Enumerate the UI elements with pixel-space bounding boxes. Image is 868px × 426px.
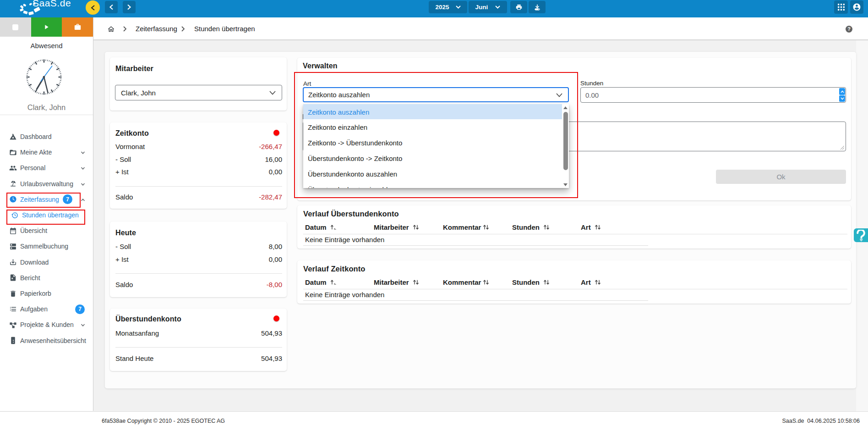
svg-text:SaaS.de: SaaS.de	[33, 0, 71, 8]
